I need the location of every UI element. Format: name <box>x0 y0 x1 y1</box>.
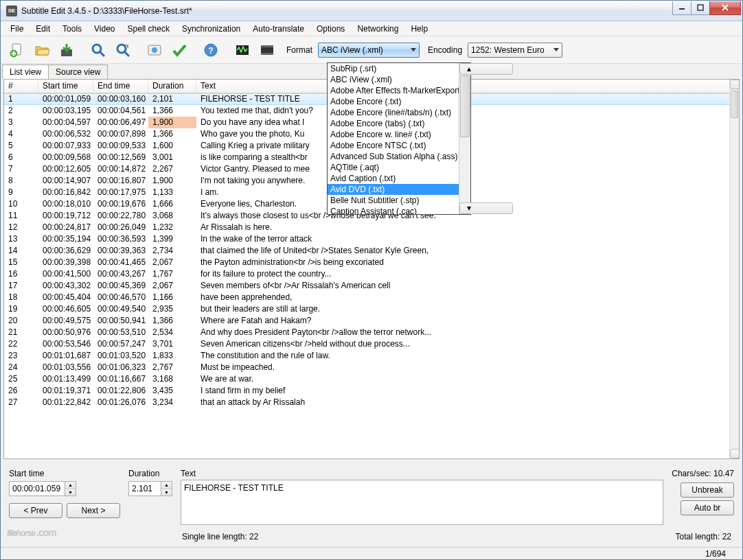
visual-sync-button[interactable] <box>144 39 165 61</box>
format-option[interactable]: Avid Caption (.txt) <box>328 173 459 184</box>
minimize-button[interactable] <box>672 1 691 15</box>
format-dropdown[interactable]: SubRip (.srt)ABC iView (.xml)Adobe After… <box>327 62 471 215</box>
table-row[interactable]: 2400:01:03,55600:01:06,3232,767Must be i… <box>4 362 729 373</box>
replace-button[interactable] <box>112 39 134 61</box>
table-row[interactable]: 2500:01:13,49900:01:16,6673,168We are at… <box>4 373 729 385</box>
table-row[interactable]: 1300:00:35,19400:00:36,5931,399In the wa… <box>4 233 729 245</box>
format-option[interactable]: Advanced Sub Station Alpha (.ass) <box>328 151 459 162</box>
dropdown-scroll-down[interactable]: ▾ <box>459 202 513 214</box>
grid-scrollbar[interactable]: ▴ ▾ <box>729 80 739 458</box>
start-time-spinner[interactable]: ▲▼ <box>65 481 76 496</box>
svg-rect-19 <box>261 45 273 47</box>
autobr-button[interactable]: Auto br <box>681 500 734 515</box>
format-option[interactable]: Caption Assistant (.cac) <box>328 206 459 214</box>
duration-field[interactable] <box>128 481 161 496</box>
encoding-combo-value: 1252: Western Euro <box>471 45 551 55</box>
format-option[interactable]: Adobe Encore (tabs) (.txt) <box>328 118 459 129</box>
video-button[interactable] <box>256 39 278 61</box>
table-row[interactable]: 1500:00:39,39800:00:41,4652,067the Payto… <box>4 257 729 268</box>
start-time-label: Start time <box>9 469 120 478</box>
format-combo[interactable]: ABC iView (.xml) <box>318 43 420 58</box>
find-button[interactable] <box>87 39 109 61</box>
waveform-button[interactable] <box>231 39 253 61</box>
format-option[interactable]: SubRip (.srt) <box>328 63 459 74</box>
svg-line-12 <box>125 52 129 56</box>
format-label: Format <box>286 45 312 55</box>
col-duration[interactable]: Duration <box>148 80 196 93</box>
save-button[interactable] <box>56 39 78 61</box>
encoding-combo[interactable]: 1252: Western Euro <box>468 43 562 58</box>
help-button[interactable]: ? <box>200 39 222 61</box>
menu-networking[interactable]: Networking <box>352 23 404 35</box>
format-option[interactable]: Adobe Encore (.txt) <box>328 96 459 107</box>
scroll-down-button[interactable]: ▾ <box>730 449 739 458</box>
format-option[interactable]: Adobe After Effects ft-MarkerExporter (. <box>328 85 459 96</box>
table-row[interactable]: 2600:01:19,37100:01:22,8063,435I stand f… <box>4 385 729 397</box>
start-time-input[interactable]: ▲▼ <box>9 481 120 496</box>
duration-spinner[interactable]: ▲▼ <box>161 481 172 496</box>
menubar: FileEditToolsVideoSpell checkSynchroniza… <box>1 21 742 36</box>
start-time-field[interactable] <box>9 481 65 496</box>
prev-button[interactable]: < Prev <box>9 503 62 518</box>
total-length: Total length: 22 <box>676 532 731 541</box>
chars-per-sec: Chars/sec: 10.47 <box>672 469 734 478</box>
menu-synchronization[interactable]: Synchronization <box>176 23 246 35</box>
menu-auto-translate[interactable]: Auto-translate <box>247 23 310 35</box>
table-row[interactable]: 1200:00:24,81700:00:26,0491,232Ar Rissal… <box>4 222 729 233</box>
chevron-down-icon <box>553 48 559 51</box>
format-option[interactable]: Adobe Encore (line#/tabs/n) (.txt) <box>328 107 459 118</box>
chevron-down-icon <box>411 48 416 51</box>
svg-point-9 <box>93 45 101 53</box>
menu-edit[interactable]: Edit <box>30 23 56 35</box>
table-row[interactable]: 1800:00:45,40400:00:46,5701,166have been… <box>4 292 729 303</box>
unbreak-button[interactable]: Unbreak <box>681 482 734 498</box>
open-file-button[interactable] <box>31 39 53 61</box>
dropdown-scroll-up[interactable]: ▴ <box>459 63 513 75</box>
format-option[interactable]: AQTitle (.aqt) <box>328 162 459 173</box>
scroll-thumb[interactable] <box>731 91 738 118</box>
scroll-up-button[interactable]: ▴ <box>730 80 739 89</box>
table-row[interactable]: 2100:00:50,97600:00:53,5102,534And why d… <box>4 327 729 338</box>
svg-text:?: ? <box>208 46 213 56</box>
table-row[interactable]: 1400:00:36,62900:00:39,3632,734that clai… <box>4 245 729 257</box>
menu-help[interactable]: Help <box>405 23 433 35</box>
editor-panel: Start time ▲▼ < Prev Next > Duration ▲▼ <box>6 465 737 547</box>
single-line-length: Single line length: 22 <box>182 532 258 541</box>
format-option[interactable]: Adobe Encore w. line# (.txt) <box>328 129 459 140</box>
menu-options[interactable]: Options <box>311 23 350 35</box>
col-start[interactable]: Start time <box>38 80 93 93</box>
format-option[interactable]: Avid DVD (.txt) <box>328 184 459 195</box>
svg-rect-20 <box>261 53 273 55</box>
svg-line-10 <box>100 52 104 56</box>
col-end[interactable]: End time <box>93 80 148 93</box>
app-icon: SE <box>6 5 17 16</box>
close-button[interactable] <box>709 1 741 15</box>
tab-source-view[interactable]: Source view <box>48 65 108 79</box>
maximize-button[interactable] <box>691 1 710 15</box>
tab-list-view[interactable]: List view <box>2 65 49 79</box>
table-row[interactable]: 1900:00:46,60500:00:49,5402,935but their… <box>4 303 729 315</box>
next-button[interactable]: Next > <box>67 503 120 518</box>
format-option[interactable]: Adobe Encore NTSC (.txt) <box>328 140 459 151</box>
menu-file[interactable]: File <box>5 23 29 35</box>
table-row[interactable]: 2700:01:22,84200:01:26,0763,234that an a… <box>4 397 729 408</box>
table-row[interactable]: 2000:00:49,57500:00:50,9411,366Where are… <box>4 315 729 327</box>
svg-rect-1 <box>698 5 703 10</box>
col-number[interactable]: # <box>4 80 38 93</box>
duration-input[interactable]: ▲▼ <box>128 481 172 496</box>
new-file-button[interactable] <box>6 39 28 61</box>
dropdown-scroll-thumb[interactable] <box>460 75 470 137</box>
format-option[interactable]: ABC iView (.xml) <box>328 74 459 85</box>
menu-video[interactable]: Video <box>89 23 120 35</box>
duration-label: Duration <box>128 469 172 478</box>
spellcheck-button[interactable] <box>168 39 190 61</box>
dropdown-scrollbar[interactable]: ▴ ▾ <box>459 63 470 214</box>
format-option[interactable]: Belle Nuit Subtitler (.stp) <box>328 195 459 206</box>
table-row[interactable]: 1600:00:41,50000:00:43,2671,767for its f… <box>4 268 729 280</box>
text-input[interactable]: FILEHORSE - TEST TITLE <box>181 480 663 525</box>
menu-spell-check[interactable]: Spell check <box>122 23 175 35</box>
table-row[interactable]: 1700:00:43,30200:00:45,3692,067Seven mem… <box>4 280 729 292</box>
table-row[interactable]: 2200:00:53,54600:00:57,2473,701Seven Ame… <box>4 338 729 350</box>
table-row[interactable]: 2300:01:01,68700:01:03,5201,833The const… <box>4 350 729 362</box>
menu-tools[interactable]: Tools <box>57 23 87 35</box>
